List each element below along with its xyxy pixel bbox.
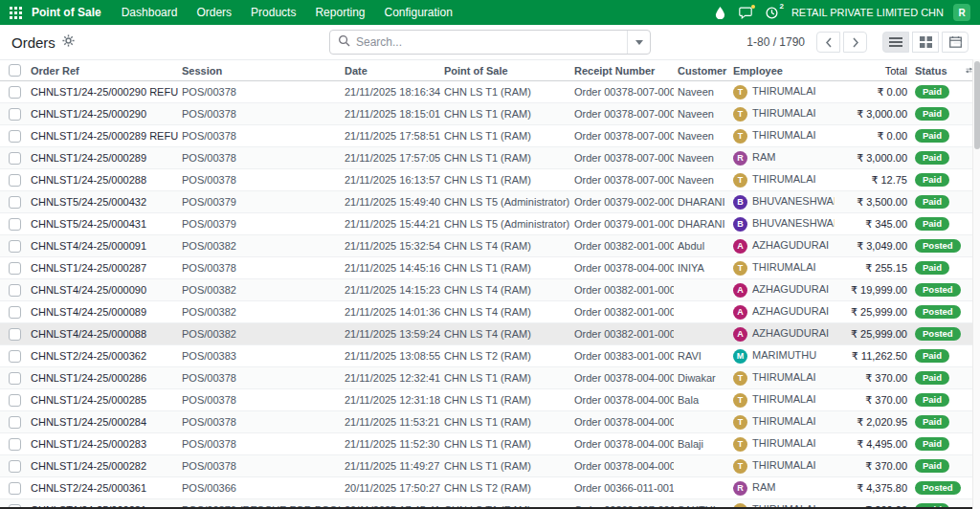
row-select-cell — [0, 257, 27, 279]
cell-total: ₹ 345.00 — [835, 213, 911, 235]
activities-clock-icon[interactable]: 2 — [766, 7, 778, 19]
status-badge: Paid — [915, 261, 949, 275]
menu-products[interactable]: Products — [242, 0, 304, 25]
pager-next-button[interactable] — [843, 32, 867, 53]
column-header-total[interactable]: Total — [835, 60, 911, 81]
cell-customer: Diwakar — [674, 367, 729, 389]
row-checkbox[interactable] — [9, 108, 21, 121]
list-view-button[interactable] — [882, 32, 909, 53]
scrollbar-thumb[interactable] — [974, 61, 980, 149]
cell-employee: TTHIRUMALAI — [729, 389, 835, 411]
calendar-view-button[interactable] — [942, 32, 969, 53]
menu-dashboard[interactable]: Dashboard — [113, 0, 187, 25]
employee-avatar: T — [733, 173, 747, 188]
menu-orders[interactable]: Orders — [188, 0, 240, 25]
table-row[interactable]: CHNLST1/24-25/000282POS/0037821/11/2025 … — [0, 455, 972, 477]
column-header-order-ref[interactable]: Order Ref — [27, 60, 178, 81]
cell-customer: RAVI — [674, 345, 729, 367]
cell-receipt-number: Order 00383-001-0001 — [570, 345, 674, 367]
row-checkbox[interactable] — [9, 328, 21, 341]
table-row[interactable]: CHNLST1/24-25/000287POS/0037821/11/2025 … — [0, 257, 972, 279]
adjust-columns-button[interactable] — [966, 65, 972, 76]
row-checkbox[interactable] — [9, 350, 21, 363]
user-avatar[interactable]: R — [953, 4, 970, 21]
messages-icon[interactable] — [739, 7, 752, 19]
row-checkbox[interactable] — [9, 218, 21, 231]
row-checkbox[interactable] — [9, 394, 21, 407]
company-name[interactable]: RETAIL PRIVATE LIMITED CHN — [791, 7, 944, 18]
action-menu-button[interactable] — [62, 33, 75, 51]
row-checkbox[interactable] — [9, 306, 21, 319]
pager-previous-button[interactable] — [816, 32, 840, 53]
row-checkbox[interactable] — [9, 460, 21, 473]
table-row[interactable]: CHNLST1/24-25/000289 REFUNDPOS/0037821/1… — [0, 125, 972, 147]
employee-avatar: M — [733, 349, 747, 364]
app-name[interactable]: Point of Sale — [32, 6, 101, 19]
table-row[interactable]: CHNLST4/24-25/000088POS/0038221/11/2025 … — [0, 323, 972, 345]
table-row[interactable]: CHNLST1/24-25/000283POS/0037821/11/2025 … — [0, 433, 972, 455]
kanban-view-button[interactable] — [912, 32, 939, 53]
employee-avatar: T — [733, 459, 747, 474]
column-header-employee[interactable]: Employee — [729, 60, 835, 81]
cell-session: POS/00378 — [178, 389, 341, 411]
table-row[interactable]: CHNLST1/24-25/000290POS/0037821/11/2025 … — [0, 103, 972, 125]
cell-customer — [674, 323, 729, 345]
table-row[interactable]: CHNLST5/24-25/000431POS/0037921/11/2025 … — [0, 213, 972, 235]
employee-name: THIRUMALAI — [752, 371, 816, 383]
table-row[interactable]: CHNLST1/24-25/000285POS/0037821/11/2025 … — [0, 389, 972, 411]
table-row[interactable]: CHNLST1/24-25/000290 REFUNDPOS/0037821/1… — [0, 81, 972, 103]
employee-avatar: T — [733, 85, 747, 100]
row-checkbox[interactable] — [9, 262, 21, 275]
row-checkbox[interactable] — [9, 372, 21, 385]
table-row[interactable]: CHNLST4/24-25/000090POS/0038221/11/2025 … — [0, 279, 972, 301]
cell-date: 21/11/2025 14:01:36 — [341, 301, 440, 323]
column-header-date[interactable]: Date — [341, 60, 440, 81]
vertical-scrollbar[interactable] — [972, 59, 980, 509]
table-row[interactable]: CHNLST1/24-25/000288POS/0037821/11/2025 … — [0, 169, 972, 191]
row-checkbox[interactable] — [9, 174, 21, 187]
cell-session: POS/00378 — [178, 257, 341, 279]
cell-employee: TTHIRUMALAI — [729, 257, 835, 279]
employee-avatar: B — [733, 195, 747, 210]
table-row[interactable]: CHNLST2/24-25/000361POS/0036620/11/2025 … — [0, 477, 972, 499]
row-checkbox[interactable] — [9, 130, 21, 143]
row-checkbox[interactable] — [9, 240, 21, 253]
table-row[interactable]: CHNLST1/24-25/000289POS/0037821/11/2025 … — [0, 147, 972, 169]
employee-avatar: B — [733, 217, 747, 232]
table-row[interactable]: CHNLST1/24-25/000286POS/0037821/11/2025 … — [0, 367, 972, 389]
cell-receipt-number: Order 00378-007-0005 — [570, 147, 674, 169]
row-checkbox[interactable] — [9, 86, 21, 99]
table-row[interactable]: CHNLST2/24-25/000362POS/0038321/11/2025 … — [0, 345, 972, 367]
row-checkbox[interactable] — [9, 482, 21, 495]
column-header-receipt-number[interactable]: Receipt Number — [570, 60, 674, 81]
row-checkbox[interactable] — [9, 416, 21, 429]
search-dropdown-toggle[interactable] — [627, 31, 650, 54]
status-badge: Posted — [915, 239, 961, 253]
cell-total: ₹ 2,020.95 — [835, 411, 911, 433]
row-checkbox[interactable] — [9, 438, 21, 451]
table-row[interactable]: CHNLST4/24-25/000089POS/0038221/11/2025 … — [0, 301, 972, 323]
apps-grid-icon[interactable] — [10, 7, 22, 19]
column-header-customer[interactable]: Customer — [674, 60, 729, 81]
employee-avatar: T — [733, 129, 747, 144]
row-checkbox[interactable] — [9, 152, 21, 165]
table-row[interactable]: CHNLST5/24-25/000432POS/0037921/11/2025 … — [0, 191, 972, 213]
cell-receipt-number: Order 00382-001-0003 — [570, 279, 674, 301]
column-header-session[interactable]: Session — [178, 60, 341, 81]
column-header-point-of-sale[interactable]: Point of Sale — [440, 60, 570, 81]
row-checkbox[interactable] — [9, 284, 21, 297]
menu-reporting[interactable]: Reporting — [306, 0, 373, 25]
select-all-checkbox[interactable] — [9, 64, 21, 77]
droplet-icon[interactable] — [715, 7, 725, 19]
cell-employee: MMARIMUTHU — [729, 345, 835, 367]
menu-configuration[interactable]: Configuration — [375, 0, 460, 25]
row-checkbox[interactable] — [9, 196, 21, 209]
column-header-status[interactable]: Status — [911, 60, 966, 81]
search-input[interactable] — [356, 35, 627, 49]
cell-session: POS/00382 — [178, 235, 341, 257]
table-row[interactable]: CHNLST1/24-25/000284POS/0037821/11/2025 … — [0, 411, 972, 433]
table-row[interactable]: CHNLST4/24-25/000091POS/0038221/11/2025 … — [0, 235, 972, 257]
cell-point-of-sale: CHN LS T1 (RAM) — [440, 103, 570, 125]
cell-point-of-sale: CHN LS T1 (RAM) — [440, 389, 570, 411]
row-filler — [966, 301, 972, 323]
